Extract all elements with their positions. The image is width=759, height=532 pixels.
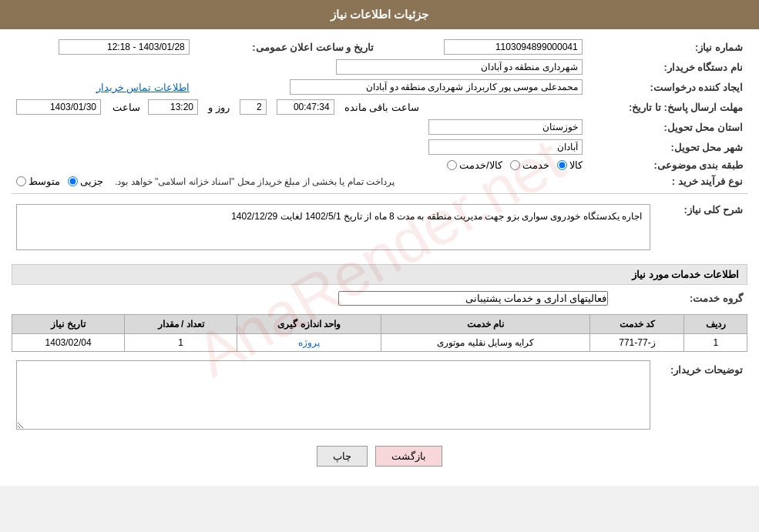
page-container: جزئیات اطلاعات نیاز AnaRender.net شماره … bbox=[0, 0, 759, 486]
col-kod: کد خدمت bbox=[590, 315, 684, 334]
radio-motavasset-label: متوسط bbox=[29, 176, 60, 187]
radio-jazii-label: جزیی bbox=[80, 176, 103, 187]
date-input[interactable] bbox=[16, 99, 101, 115]
tozihat-label: توضیحات خریدار: bbox=[655, 358, 747, 434]
page-header: جزئیات اطلاعات نیاز bbox=[0, 0, 759, 29]
services-table: ردیف کد خدمت نام خدمت واحد اندازه گیری ت… bbox=[12, 314, 747, 352]
saat-input[interactable] bbox=[148, 99, 198, 115]
radio-kala-label: کالا bbox=[569, 159, 583, 171]
baghimande-label: ساعت باقی مانده bbox=[344, 102, 419, 113]
radio-kala-input[interactable] bbox=[557, 160, 567, 170]
sharh-koli-table: شرح کلی نیاز: اجاره یکدستگاه خودروی سوار… bbox=[12, 198, 747, 256]
ijadKonande-input[interactable] bbox=[290, 79, 583, 95]
radio-khedmat-label: خدمت bbox=[522, 159, 549, 171]
tozihat-textarea[interactable] bbox=[16, 360, 650, 430]
cell-tarikh: 1403/02/04 bbox=[12, 334, 125, 352]
khadamat-section-title: اطلاعات خدمات مورد نیاز bbox=[12, 264, 747, 285]
groheKhadamat-label: گروه خدمت: bbox=[613, 289, 747, 308]
tarikhAelaan-value-cell bbox=[12, 37, 194, 57]
namDastgah-label: نام دستگاه خریدار: bbox=[587, 57, 747, 77]
radio-khedmat: خدمت bbox=[510, 159, 549, 171]
etelaat-link-cell: اطلاعات تماس خریدار bbox=[12, 77, 194, 97]
saat-label: ساعت bbox=[113, 102, 140, 113]
ostan-value-cell bbox=[12, 117, 587, 137]
tozihat-table: توضیحات خریدار: bbox=[12, 358, 747, 434]
noeFarayand-value-cell: متوسط جزیی پرداخت تمام یا بخشی از مبلغ خ… bbox=[12, 173, 587, 189]
col-radif: ردیف bbox=[684, 315, 747, 334]
table-row: 1 ز-77-771 کرایه وسایل نقلیه موتوری پروژ… bbox=[12, 334, 747, 352]
back-button[interactable]: بازگشت bbox=[375, 446, 442, 467]
sharhKoli-value-cell: اجاره یکدستگاه خودروی سواری بزو جهت مدیر… bbox=[12, 198, 655, 256]
col-name: نام خدمت bbox=[381, 315, 590, 334]
shahr-label: شهر محل تحویل: bbox=[587, 137, 747, 157]
cell-kod: ز-77-771 bbox=[590, 334, 684, 352]
farayand-note: پرداخت تمام یا بخشی از مبلغ خریداز محل "… bbox=[115, 176, 395, 187]
shomareNiaz-input[interactable] bbox=[444, 39, 583, 55]
cell-vahed: پروژه bbox=[237, 334, 381, 352]
radio-motavasset-input[interactable] bbox=[16, 176, 26, 186]
shahr-input[interactable] bbox=[428, 139, 583, 155]
tabagheBandi-value-cell: کالا/خدمت خدمت کالا bbox=[12, 157, 587, 173]
ijadKonande-label: ایجاد کننده درخواست: bbox=[587, 77, 747, 97]
tarikhAelaan-input[interactable] bbox=[59, 39, 190, 55]
col-tedad: تعداد / مقدار bbox=[125, 315, 237, 334]
noeFarayand-label: نوع فرآیند خرید : bbox=[587, 173, 747, 189]
shomareNiaz-value-cell bbox=[378, 37, 587, 57]
top-info-table: شماره نیاز: تاریخ و ساعت اعلان عمومی: نا… bbox=[12, 37, 747, 189]
radio-jazii-input[interactable] bbox=[68, 176, 78, 186]
mohlat-label: مهلت ارسال پاسخ: تا تاریخ: bbox=[587, 97, 747, 117]
shomareNiaz-label: شماره نیاز: bbox=[587, 37, 747, 57]
khadamat-info-table: گروه خدمت: bbox=[12, 289, 747, 308]
tozihat-value-cell bbox=[12, 358, 655, 434]
radio-jazii: جزیی bbox=[68, 176, 103, 187]
namDastgah-value-cell bbox=[12, 57, 587, 77]
shahr-value-cell bbox=[12, 137, 587, 157]
page-title: جزئیات اطلاعات نیاز bbox=[331, 8, 428, 21]
button-row: بازگشت چاپ bbox=[12, 434, 747, 478]
ostan-input[interactable] bbox=[428, 119, 583, 135]
groheKhadamat-input[interactable] bbox=[338, 291, 608, 306]
ijadKonande-value-cell bbox=[194, 77, 587, 97]
rooz-label: روز و bbox=[208, 102, 230, 113]
col-vahed: واحد اندازه گیری bbox=[237, 315, 381, 334]
radio-motavasset: متوسط bbox=[16, 176, 60, 187]
ostan-label: استان محل تحویل: bbox=[587, 117, 747, 137]
main-content: AnaRender.net شماره نیاز: تاریخ و ساعت ا… bbox=[0, 29, 759, 486]
radio-khedmat-input[interactable] bbox=[510, 160, 520, 170]
tabagheBandi-label: طبقه بندی موضوعی: bbox=[587, 157, 747, 173]
etelaat-link[interactable]: اطلاعات تماس خریدار bbox=[96, 82, 190, 93]
sharhKoli-label: شرح کلی نیاز: bbox=[655, 198, 747, 256]
baghimande-input[interactable] bbox=[277, 99, 334, 115]
mohlat-value-cell: ساعت روز و ساعت باقی مانده bbox=[12, 97, 587, 117]
col-tarikh: تاریخ نیاز bbox=[12, 315, 125, 334]
sharhKoli-box: اجاره یکدستگاه خودروی سواری بزو جهت مدیر… bbox=[16, 204, 650, 250]
radio-kala-khedmat: کالا/خدمت bbox=[447, 159, 502, 171]
tarikhAelaan-label: تاریخ و ساعت اعلان عمومی: bbox=[194, 37, 378, 57]
sharhKoli-text: اجاره یکدستگاه خودروی سواری بزو جهت مدیر… bbox=[231, 211, 642, 222]
print-button[interactable]: چاپ bbox=[317, 446, 368, 467]
radio-kala-khedmat-input[interactable] bbox=[447, 160, 457, 170]
radio-kala-khedmat-label: کالا/خدمت bbox=[459, 159, 502, 171]
cell-tedad: 1 bbox=[125, 334, 237, 352]
groheKhadamat-value-cell bbox=[12, 289, 613, 308]
namDastgah-input[interactable] bbox=[336, 59, 583, 75]
rooz-input[interactable] bbox=[240, 99, 267, 115]
cell-name: کرایه وسایل نقلیه موتوری bbox=[381, 334, 590, 352]
cell-radif: 1 bbox=[684, 334, 747, 352]
radio-kala: کالا bbox=[557, 159, 583, 171]
